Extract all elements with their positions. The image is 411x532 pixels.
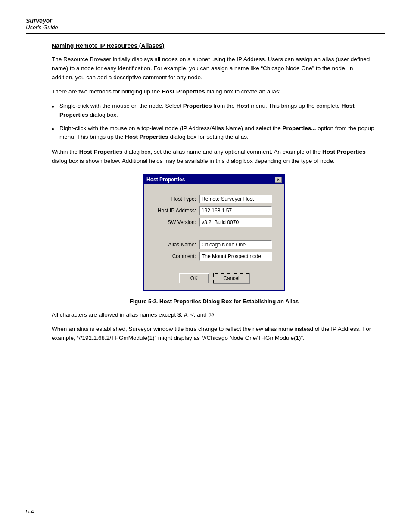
bullet-item-1: • Single-click with the mouse on the nod… [52,102,377,120]
host-ip-field[interactable] [199,206,272,215]
intro-paragraph-2: There are two methods for bringing up th… [52,87,377,96]
ok-button[interactable]: OK [179,273,209,283]
dialog-alias-group: Alias Name: Comment: [151,236,277,265]
host-type-label: Host Type: [156,196,199,202]
host-properties-dialog: Host Properties × Host Type: Host IP Add… [143,174,285,291]
dialog-close-button[interactable]: × [275,177,282,183]
dialog-wrapper: Host Properties × Host Type: Host IP Add… [52,174,377,291]
alias-name-label: Alias Name: [156,242,199,248]
page: Surveyor User's Guide Naming Remote IP R… [0,0,411,532]
bullet-dot-2: • [52,124,59,134]
alias-name-row: Alias Name: [156,240,272,249]
bullet-dot-1: • [52,102,59,112]
sw-version-label: SW Version: [156,219,199,225]
bullet-content-2: Right-click with the mouse on a top-leve… [59,124,377,142]
sw-version-field[interactable] [199,218,272,227]
content-area: Naming Remote IP Resources (Aliases) The… [26,42,385,343]
comment-field[interactable] [199,252,272,261]
host-type-field[interactable] [199,195,272,203]
section-heading: Naming Remote IP Resources (Aliases) [52,42,377,49]
comment-row: Comment: [156,252,272,261]
intro-paragraph-1: The Resource Browser initially displays … [52,55,377,82]
allowed-chars-text: All characters are allowed in alias name… [52,311,377,320]
page-header: Surveyor User's Guide [26,17,385,34]
dialog-title: Host Properties [146,177,185,183]
alias-name-field[interactable] [199,240,272,249]
host-ip-label: Host IP Address: [156,208,199,214]
dialog-titlebar: Host Properties × [144,175,284,184]
host-type-row: Host Type: [156,195,272,203]
cancel-button[interactable]: Cancel [213,273,249,283]
sw-version-row: SW Version: [156,218,272,227]
intro-p2-text: There are two methods for bringing up th… [52,88,162,95]
header-title: Surveyor [26,17,385,24]
figure-caption: Figure 5-2. Host Properties Dialog Box f… [52,298,377,305]
comment-label: Comment: [156,253,199,259]
bullet-content-1: Single-click with the mouse on the node.… [59,102,377,120]
dialog-body: Host Type: Host IP Address: SW Version: [144,184,284,290]
summary-paragraph: Within the Host Properties dialog box, s… [52,148,377,166]
alias-desc-text: When an alias is established, Surveyor w… [52,325,377,343]
host-ip-row: Host IP Address: [156,206,272,215]
intro-p2-cont: dialog box to create an alias: [205,88,281,95]
bullet-list: • Single-click with the mouse on the nod… [52,102,377,142]
dialog-buttons: OK Cancel [151,270,277,286]
intro-p2-bold: Host Properties [162,88,205,95]
page-number: 5-4 [26,508,34,515]
dialog-info-group: Host Type: Host IP Address: SW Version: [151,190,277,231]
header-subtitle: User's Guide [26,24,385,31]
bullet-item-2: • Right-click with the mouse on a top-le… [52,124,377,142]
